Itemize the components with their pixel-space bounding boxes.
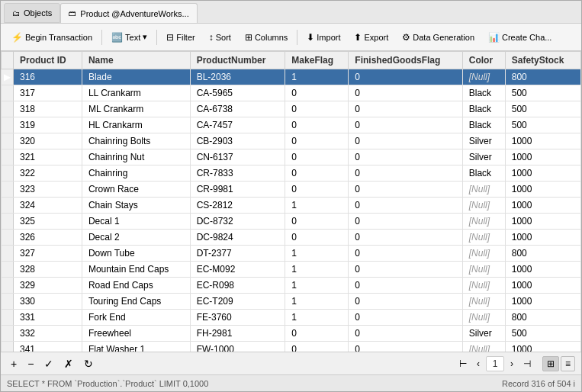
sort-icon: ↕ <box>209 32 214 43</box>
col-header-make-flag[interactable]: MakeFlag <box>285 52 349 69</box>
cell-color: Black <box>462 85 505 101</box>
table-area[interactable]: Product ID Name ProductNumber MakeFlag F… <box>1 51 581 352</box>
table-row[interactable]: 332FreewheelFH-298100Silver500 <box>2 326 581 342</box>
cell-make-flag: 1 <box>285 278 349 294</box>
cell-name: ML Crankarm <box>82 101 190 117</box>
import-button[interactable]: ⬇ Import <box>301 29 346 46</box>
table-row[interactable]: 326Decal 2DC-982400[Null]1000 <box>2 230 581 246</box>
cell-product-id: 341 <box>14 342 82 352</box>
table-row[interactable]: 320Chainring BoltsCB-290300Silver1000 <box>2 133 581 149</box>
table-row[interactable]: 328Mountain End CapsEC-M09210[Null]1000 <box>2 262 581 278</box>
cell-product-id: 330 <box>14 294 82 310</box>
table-row[interactable]: 330Touring End CapsEC-T20910[Null]1000 <box>2 294 581 310</box>
cell-safety-stock: 800 <box>505 69 580 85</box>
add-row-button[interactable]: + <box>7 356 21 371</box>
row-indicator <box>2 165 14 182</box>
text-button[interactable]: 🔤 Text ▾ <box>105 29 153 46</box>
cell-product-number: FH-2981 <box>190 326 285 342</box>
cell-make-flag: 0 <box>285 326 349 342</box>
table-row[interactable]: 324Chain StaysCS-281210[Null]1000 <box>2 198 581 214</box>
tab-bar: 🗂 Objects 🗃 Product @AdventureWorks... <box>1 1 581 24</box>
page-last-button[interactable]: ⊣ <box>519 356 535 371</box>
row-indicator <box>2 198 14 214</box>
grid-view-button[interactable]: ⊞ <box>542 356 559 371</box>
table-row[interactable]: 325Decal 1DC-873200[Null]1000 <box>2 214 581 230</box>
cell-product-id: 327 <box>14 246 82 262</box>
data-generation-button[interactable]: ⚙ Data Generation <box>396 29 481 46</box>
discard-button[interactable]: ✗ <box>60 356 77 371</box>
cell-color: [Null] <box>462 69 505 85</box>
page-number[interactable]: 1 <box>486 356 504 371</box>
col-header-name[interactable]: Name <box>82 52 190 69</box>
filter-icon: ⊟ <box>166 32 174 43</box>
cell-finished-flag: 0 <box>349 278 462 294</box>
cell-finished-flag: 0 <box>349 133 462 149</box>
col-header-color[interactable]: Color <box>462 52 505 69</box>
col-header-safety-stock[interactable]: SafetyStock <box>505 52 580 69</box>
cell-product-number: CA-7457 <box>190 117 285 133</box>
cell-product-number: BL-2036 <box>190 69 285 85</box>
table-row[interactable]: 321Chainring NutCN-613700Silver1000 <box>2 149 581 165</box>
table-row[interactable]: 318ML CrankarmCA-673800Black500 <box>2 101 581 117</box>
cell-name: Chainring Nut <box>82 149 190 165</box>
export-button[interactable]: ⬆ Export <box>348 29 394 46</box>
create-chart-button[interactable]: 📊 Create Cha... <box>482 29 558 46</box>
cell-safety-stock: 1000 <box>505 278 580 294</box>
table-row[interactable]: 319HL CrankarmCA-745700Black500 <box>2 117 581 133</box>
cell-product-number: DT-2377 <box>190 246 285 262</box>
table-row[interactable]: 331Fork EndFE-376010[Null]800 <box>2 310 581 326</box>
columns-button[interactable]: ⊞ Columns <box>239 29 294 46</box>
col-header-product-number[interactable]: ProductNumber <box>190 52 285 69</box>
cell-name: Mountain End Caps <box>82 262 190 278</box>
export-label: Export <box>364 33 388 42</box>
bottom-bar: + − ✓ ✗ ↻ ⊢ ‹ 1 › ⊣ ⊞ ≡ <box>1 352 581 374</box>
sep-3 <box>297 30 297 45</box>
begin-transaction-button[interactable]: ⚡ Begin Transaction <box>5 29 98 46</box>
cell-name: Chainring Bolts <box>82 133 190 149</box>
cell-name: Blade <box>82 69 190 85</box>
refresh-button[interactable]: ↻ <box>80 356 97 371</box>
cell-name: Decal 2 <box>82 230 190 246</box>
table-row[interactable]: 329Road End CapsEC-R09810[Null]1000 <box>2 278 581 294</box>
col-header-product-id[interactable]: Product ID <box>14 52 82 69</box>
table-row[interactable]: 323Crown RaceCR-998100[Null]1000 <box>2 182 581 198</box>
table-row[interactable]: 327Down TubeDT-237710[Null]800 <box>2 246 581 262</box>
row-indicator <box>2 262 14 278</box>
list-view-button[interactable]: ≡ <box>561 356 575 371</box>
pagination: ⊢ ‹ 1 › ⊣ <box>455 356 535 371</box>
import-icon: ⬇ <box>307 32 314 43</box>
cell-finished-flag: 0 <box>349 294 462 310</box>
record-info: Record 316 of 504 i <box>502 379 575 388</box>
export-icon: ⬆ <box>354 32 362 43</box>
cell-safety-stock: 1000 <box>505 262 580 278</box>
cell-make-flag: 1 <box>285 198 349 214</box>
cell-product-id: 322 <box>14 165 82 182</box>
filter-button[interactable]: ⊟ Filter <box>160 29 201 46</box>
objects-icon: 🗂 <box>12 9 20 18</box>
cell-color: [Null] <box>462 214 505 230</box>
page-prev-button[interactable]: ‹ <box>473 356 484 371</box>
cell-color: Black <box>462 101 505 117</box>
sort-button[interactable]: ↕ Sort <box>203 29 237 46</box>
cell-name: Down Tube <box>82 246 190 262</box>
tab-product[interactable]: 🗃 Product @AdventureWorks... <box>60 3 197 23</box>
cell-finished-flag: 0 <box>349 262 462 278</box>
table-row[interactable]: ▶316BladeBL-203610[Null]800 <box>2 69 581 85</box>
sep-1 <box>101 30 102 45</box>
cell-name: Chain Stays <box>82 198 190 214</box>
remove-row-button[interactable]: − <box>24 356 37 371</box>
columns-label: Columns <box>255 33 288 42</box>
table-row[interactable]: 317LL CrankarmCA-596500Black500 <box>2 85 581 101</box>
cell-safety-stock: 1000 <box>505 133 580 149</box>
apply-button[interactable]: ✓ <box>40 356 57 371</box>
row-indicator <box>2 294 14 310</box>
tab-objects[interactable]: 🗂 Objects <box>4 3 60 23</box>
view-toggle: ⊞ ≡ <box>542 356 575 371</box>
table-row[interactable]: 322ChainringCR-783300Black1000 <box>2 165 581 182</box>
page-first-button[interactable]: ⊢ <box>455 356 471 371</box>
col-header-finished-flag[interactable]: FinishedGoodsFlag <box>349 52 462 69</box>
cell-color: [Null] <box>462 230 505 246</box>
page-next-button[interactable]: › <box>506 356 517 371</box>
table-row[interactable]: 341Flat Washer 1FW-100000[Null]1000 <box>2 342 581 352</box>
cell-safety-stock: 500 <box>505 101 580 117</box>
